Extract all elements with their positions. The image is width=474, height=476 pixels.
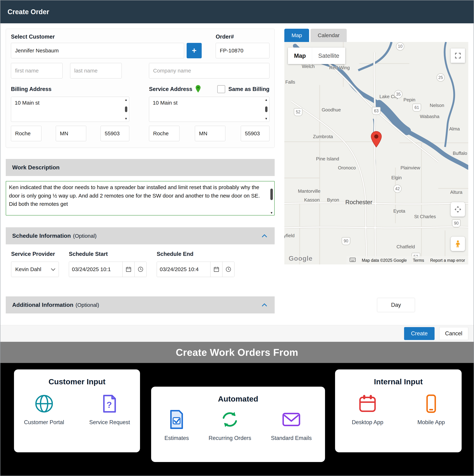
billing-city-input[interactable] [11, 126, 41, 141]
map-calendar-tabs: Map Calendar [284, 29, 468, 42]
report-map-error-link[interactable]: Report a map error [430, 258, 465, 263]
map-place-label: Mantorville [298, 188, 321, 194]
promo-item-customer-portal: Customer Portal [24, 394, 64, 425]
document-question-icon: ? [99, 394, 120, 414]
pegman-button[interactable] [451, 237, 465, 251]
map-canvas[interactable]: Welch Red Wing Falls Lake City Pepin Nel… [284, 42, 468, 264]
route-shield: 52 [294, 108, 302, 116]
service-state-input[interactable] [195, 126, 225, 141]
fullscreen-button[interactable] [451, 49, 465, 63]
map-place-label: Kasson [304, 197, 320, 203]
map-place-label: Nelson [430, 103, 444, 108]
card-title: Internal Input [374, 377, 423, 386]
schedule-end-input[interactable]: 03/24/2025 10:4 [157, 262, 234, 277]
card-title: Automated [218, 394, 258, 403]
map-marker-icon[interactable] [370, 131, 382, 148]
create-order-window: Create Order Select Customer + Order# [0, 0, 474, 476]
scrollbar[interactable]: ▲ ▼ [124, 98, 128, 120]
customer-name-input[interactable] [11, 43, 184, 58]
last-name-input[interactable] [70, 63, 122, 78]
add-customer-button[interactable]: + [187, 43, 202, 58]
billing-zip-input[interactable] [100, 126, 129, 141]
map-place-label: Falls [285, 79, 295, 85]
schedule-end-label: Schedule End [157, 251, 234, 257]
promo-item-label: Service Request [89, 419, 130, 425]
calendar-icon[interactable] [122, 262, 134, 277]
cancel-button[interactable]: Cancel [439, 327, 468, 340]
map-type-satellite[interactable]: Satellite [312, 48, 345, 64]
service-street-input[interactable]: 10 Main st ▲ ▼ [149, 97, 269, 122]
route-shield: 90 [342, 237, 350, 245]
card-internal-input: Internal Input Desktop App Mobile App [335, 369, 462, 452]
same-as-billing-checkbox[interactable] [217, 85, 225, 93]
terms-link[interactable]: Terms [413, 258, 424, 263]
chevron-down-icon [51, 266, 55, 271]
email-icon [281, 409, 301, 430]
scroll-thumb[interactable] [265, 106, 267, 112]
schedule-start-input[interactable]: 03/24/2025 10:1 [69, 262, 147, 277]
promo-section: Customer Input Customer Portal ? Service… [0, 363, 474, 476]
select-customer-label: Select Customer [11, 34, 202, 40]
scroll-down-icon[interactable]: ▼ [265, 117, 268, 120]
order-form: Select Customer + Order# [6, 29, 275, 325]
map-place-label: Alma [449, 126, 460, 132]
work-description-header: Work Description [6, 159, 275, 176]
promo-item-label: Estimates [164, 435, 189, 441]
order-number-label: Order# [216, 34, 269, 40]
scroll-down-icon[interactable]: ▼ [270, 211, 273, 215]
company-name-input[interactable] [149, 63, 269, 78]
promo-banner-title: Create Work Orders From [176, 347, 298, 358]
map-place-label: Wabasha [420, 114, 439, 119]
schedule-section-header[interactable]: Schedule Information (Optional) [6, 227, 275, 244]
service-address-label: Service Address [149, 86, 192, 92]
map-place-label: Oronoco [338, 165, 356, 170]
map-place-label: Rochester [345, 199, 372, 206]
tab-map[interactable]: Map [284, 29, 309, 42]
scroll-down-icon[interactable]: ▼ [125, 117, 128, 120]
route-shield: 61 [412, 104, 421, 112]
scroll-thumb[interactable] [125, 106, 127, 112]
map-place-label: Hayfield [284, 233, 294, 238]
scroll-thumb[interactable] [270, 188, 273, 200]
work-description-input[interactable]: Ken indicated that the door needs to hav… [6, 181, 275, 216]
scrollbar[interactable]: ▲ ▼ [264, 98, 268, 120]
map-place-label: Eyota [393, 208, 405, 214]
map-place-label: Elgin [391, 175, 402, 181]
promo-item-label: Desktop App [352, 419, 383, 425]
billing-state-input[interactable] [56, 126, 86, 141]
order-number-input[interactable] [216, 43, 269, 58]
scroll-up-icon[interactable]: ▲ [125, 98, 128, 101]
pan-control[interactable] [451, 202, 465, 217]
promo-item-desktop-app: Desktop App [352, 394, 383, 425]
location-pin-icon [195, 85, 201, 93]
route-shield: 42 [393, 185, 402, 193]
calendar-icon[interactable] [210, 262, 222, 277]
promo-item-standard-emails: Standard Emails [271, 409, 311, 441]
map-place-label: Zumbrota [313, 134, 333, 139]
create-button[interactable]: Create [404, 327, 434, 340]
service-provider-select[interactable]: Kevin Dahl [11, 262, 59, 277]
map-place-label: Pepin [403, 97, 415, 103]
service-city-input[interactable] [149, 126, 180, 141]
first-name-input[interactable] [11, 63, 63, 78]
scroll-up-icon[interactable]: ▲ [265, 98, 268, 101]
promo-item-label: Customer Portal [24, 419, 64, 425]
map-place-label: Welch [302, 64, 315, 69]
clock-icon[interactable] [222, 262, 234, 277]
route-shield: 90 [452, 220, 460, 227]
promo-item-recurring-orders: Recurring Orders [209, 409, 251, 441]
tab-calendar[interactable]: Calendar [311, 29, 347, 42]
keyboard-icon[interactable] [350, 258, 356, 263]
collapse-chevron-up-icon[interactable] [262, 296, 267, 313]
google-logo[interactable]: Google [289, 255, 312, 262]
dialog-action-bar: Create Cancel [0, 325, 474, 342]
service-zip-input[interactable] [241, 126, 269, 141]
map-type-map[interactable]: Map [288, 48, 312, 64]
calendar-app-icon [358, 394, 377, 414]
additional-section-header[interactable]: Additional Information (Optional) [6, 296, 275, 313]
day-button[interactable]: Day [377, 298, 415, 312]
map-place-label: St Charles [414, 214, 436, 220]
collapse-chevron-up-icon[interactable] [262, 227, 267, 244]
clock-icon[interactable] [134, 262, 147, 277]
billing-street-input[interactable]: 10 Main st ▲ ▼ [11, 97, 129, 122]
